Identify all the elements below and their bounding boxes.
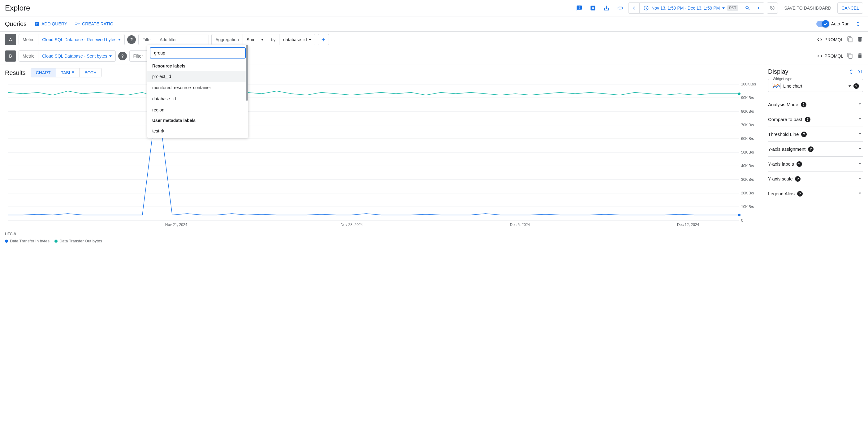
- accordion-item-analysis-mode[interactable]: Analysis Mode?: [768, 97, 863, 112]
- caret-down-icon: [261, 39, 264, 40]
- link-icon[interactable]: [615, 2, 626, 13]
- accordion-item-compare-to-past[interactable]: Compare to past?: [768, 112, 863, 127]
- chevron-down-icon: [857, 146, 863, 153]
- metric-pill-a[interactable]: Metric Cloud SQL Database - Received byt…: [19, 34, 125, 45]
- svg-text:70KiB/s: 70KiB/s: [741, 123, 754, 127]
- promql-button-b[interactable]: PROMQL: [817, 53, 843, 59]
- widget-type-select[interactable]: Widget type Line chart ?: [768, 79, 863, 92]
- popup-item-project-id[interactable]: project_id: [147, 71, 248, 82]
- by-value: database_id: [283, 37, 307, 42]
- results-view-tabs: CHART TABLE BOTH: [31, 68, 102, 78]
- time-range-picker[interactable]: Nov 13, 1:59 PM - Dec 13, 1:59 PM PST: [640, 5, 742, 11]
- help-icon[interactable]: ?: [808, 146, 813, 152]
- popup-section-user-metadata: User metadata labels: [147, 116, 248, 125]
- code-icon[interactable]: [587, 2, 598, 13]
- code-icon: [817, 53, 823, 59]
- help-icon[interactable]: ?: [127, 35, 136, 44]
- time-next-button[interactable]: [753, 2, 764, 13]
- metric-label: Metric: [19, 34, 38, 45]
- save-to-dashboard-button[interactable]: SAVE TO DASHBOARD: [780, 2, 835, 13]
- create-ratio-button[interactable]: CREATE RATIO: [74, 21, 113, 27]
- promql-label: PROMQL: [825, 54, 843, 59]
- tab-table[interactable]: TABLE: [56, 68, 79, 77]
- query-letter-a: A: [5, 34, 16, 45]
- chevron-down-icon: [857, 160, 863, 168]
- help-icon[interactable]: ?: [118, 52, 127, 60]
- popup-item-monitored-resource-container[interactable]: monitored_resource_container: [147, 82, 248, 93]
- delete-icon[interactable]: [857, 53, 863, 60]
- collapse-sidebar-icon[interactable]: [857, 69, 863, 75]
- collapse-all-button[interactable]: [853, 19, 863, 29]
- help-icon[interactable]: ?: [797, 191, 803, 197]
- svg-text:30KiB/s: 30KiB/s: [741, 177, 754, 182]
- help-icon[interactable]: ?: [854, 83, 859, 89]
- promql-button-a[interactable]: PROMQL: [817, 37, 843, 42]
- popup-item-database-id[interactable]: database_id: [147, 93, 248, 104]
- scrollbar[interactable]: [246, 45, 248, 100]
- chevron-down-icon: [857, 175, 863, 182]
- svg-text:90KiB/s: 90KiB/s: [741, 96, 754, 100]
- filter-label: Filter: [138, 34, 156, 45]
- caret-down-icon: [309, 39, 311, 40]
- help-icon[interactable]: ?: [801, 131, 807, 137]
- aggregation-value: Sum: [247, 37, 256, 42]
- accordion-item-y-axis-assignment[interactable]: Y-axis assignment?: [768, 142, 863, 157]
- chevron-down-icon: [857, 116, 863, 123]
- filter-dropdown-popup: Resource labels project_id monitored_res…: [147, 45, 248, 138]
- svg-text:100KiB/s: 100KiB/s: [741, 82, 756, 86]
- download-icon[interactable]: [601, 2, 612, 13]
- svg-text:Nov 28, 2024: Nov 28, 2024: [341, 222, 363, 227]
- caret-down-icon: [848, 85, 851, 87]
- accordion-item-y-axis-scale[interactable]: Y-axis scale?: [768, 172, 863, 186]
- svg-point-23: [738, 214, 741, 216]
- add-query-label: ADD QUERY: [41, 21, 67, 26]
- chevron-down-icon: [857, 101, 863, 108]
- code-icon: [817, 37, 823, 42]
- svg-text:50KiB/s: 50KiB/s: [741, 150, 754, 154]
- metric-pill-b[interactable]: Metric Cloud SQL Database - Sent bytes: [19, 51, 116, 62]
- caret-down-icon: [118, 39, 121, 40]
- popup-item-region[interactable]: region: [147, 104, 248, 116]
- add-filter-button-a[interactable]: [318, 34, 329, 45]
- help-icon[interactable]: ?: [797, 161, 802, 167]
- display-sidebar: Display Widget type Line chart ? Analysi…: [763, 64, 868, 249]
- timezone-label: UTC-8: [5, 232, 16, 236]
- accordion-item-threshold-line[interactable]: Threshold Line?: [768, 127, 863, 142]
- svg-text:Dec 12, 2024: Dec 12, 2024: [677, 222, 699, 227]
- help-icon[interactable]: ?: [801, 102, 806, 108]
- svg-text:20KiB/s: 20KiB/s: [741, 191, 754, 195]
- filter-input-a[interactable]: [156, 34, 209, 45]
- popup-search-input[interactable]: [150, 47, 246, 59]
- legend-item-1: Data Transfer In bytes: [5, 239, 50, 243]
- cancel-button[interactable]: CANCEL: [837, 2, 863, 13]
- help-icon[interactable]: ?: [795, 176, 801, 182]
- legend-item-2: Data Transfer Out bytes: [55, 239, 102, 243]
- accordion-item-y-axis-labels[interactable]: Y-axis labels?: [768, 157, 863, 172]
- create-ratio-label: CREATE RATIO: [82, 21, 113, 26]
- add-query-button[interactable]: ADD QUERY: [34, 21, 67, 27]
- tab-chart[interactable]: CHART: [31, 68, 56, 77]
- autorun-label: Auto-Run: [831, 21, 849, 26]
- sync-off-icon[interactable]: [767, 2, 778, 13]
- metric-label: Metric: [19, 51, 38, 61]
- aggregation-label: Aggregation: [212, 34, 243, 45]
- time-prev-button[interactable]: [628, 2, 640, 13]
- filter-pill-a[interactable]: Filter: [138, 34, 209, 45]
- caret-down-icon: [109, 55, 112, 57]
- time-search-button[interactable]: [742, 2, 753, 13]
- feedback-icon[interactable]: [574, 2, 585, 13]
- copy-icon[interactable]: [847, 36, 853, 43]
- accordion-item-legend-alias[interactable]: Legend Alias?: [768, 186, 863, 201]
- copy-icon[interactable]: [847, 53, 853, 60]
- expand-panel-icon[interactable]: [848, 69, 855, 75]
- delete-icon[interactable]: [857, 36, 863, 43]
- svg-text:40KiB/s: 40KiB/s: [741, 164, 754, 168]
- chart-svg: 010KiB/s20KiB/s30KiB/s40KiB/s50KiB/s60Ki…: [5, 81, 758, 230]
- by-label: by: [267, 34, 280, 45]
- help-icon[interactable]: ?: [805, 117, 810, 122]
- popup-item-test-rk[interactable]: test-rk: [147, 125, 248, 137]
- autorun-toggle[interactable]: [816, 21, 829, 27]
- aggregation-pill-a[interactable]: Aggregation Sum by database_id: [211, 34, 315, 45]
- svg-point-24: [738, 93, 741, 95]
- tab-both[interactable]: BOTH: [79, 68, 101, 77]
